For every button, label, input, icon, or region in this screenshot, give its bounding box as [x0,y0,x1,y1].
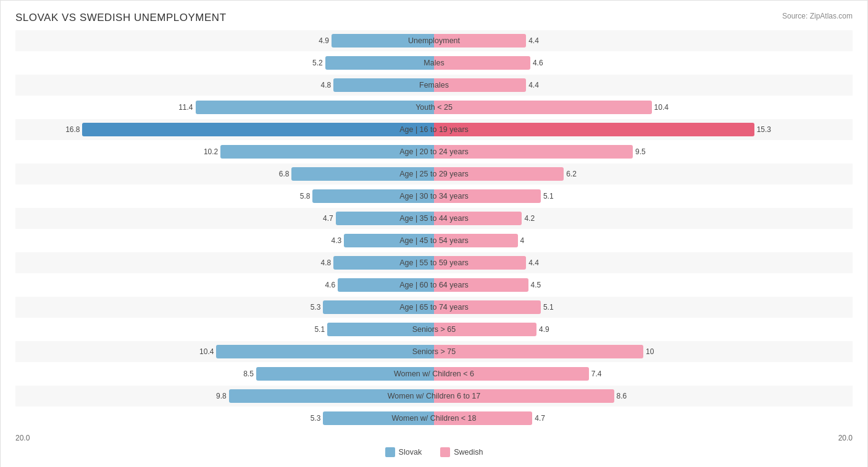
right-section: 10.4 [434,97,853,118]
left-section: 16.8 [15,119,434,140]
left-section: 9.8 [15,386,434,407]
legend-item-slovak: Slovak [385,447,422,457]
right-section: 15.3 [434,119,853,140]
bar-row: 5.1Seniors > 654.9 [15,319,853,340]
bar-row: 9.8Women w/ Children 6 to 178.6 [15,386,853,407]
bar-left: 5.1 [327,323,434,336]
bar-row: 11.4Youth < 2510.4 [15,97,853,118]
left-section: 10.4 [15,341,434,362]
legend: Slovak Swedish [15,447,853,457]
bar-row: 10.4Seniors > 7510 [15,341,853,362]
chart-header: SLOVAK VS SWEDISH UNEMPLOYMENT Source: Z… [15,12,853,24]
bar-left: 4.8 [333,78,434,92]
bar-row: 8.5Women w/ Children < 67.4 [15,363,853,384]
bar-value-right: 9.5 [635,147,646,156]
bar-value-right: 15.3 [757,125,771,134]
bar-row: 10.2Age | 20 to 24 years9.5 [15,141,853,162]
bar-value-left: 5.1 [314,325,325,334]
bar-right: 4.4 [434,256,526,270]
bar-row: 4.9Unemployment4.4 [15,30,853,51]
left-section: 5.8 [15,186,434,207]
chart-title: SLOVAK VS SWEDISH UNEMPLOYMENT [15,12,227,24]
legend-label-slovak: Slovak [399,448,422,457]
bar-left: 16.8 [82,123,434,136]
bar-right: 15.3 [434,123,754,136]
right-section: 9.5 [434,141,853,162]
right-section: 8.6 [434,386,853,407]
bar-right: 7.4 [434,367,589,381]
bar-value-right: 6.2 [566,170,577,178]
bar-value-left: 10.2 [204,147,218,156]
left-section: 5.1 [15,319,434,340]
right-section: 10 [434,341,853,362]
bar-value-left: 8.5 [243,370,254,378]
right-section: 6.2 [434,163,853,184]
legend-box-swedish [440,447,450,457]
bar-value-right: 4.9 [539,325,549,334]
bar-value-right: 8.6 [617,392,627,400]
bar-left: 8.5 [256,367,434,381]
bar-value-left: 4.3 [332,236,342,245]
bar-value-left: 10.4 [199,347,214,356]
bar-value-right: 4.6 [533,59,543,67]
bar-left: 4.6 [338,278,434,292]
right-section: 4.4 [434,252,853,273]
bar-right: 5.1 [434,189,541,203]
bar-left: 4.7 [336,212,434,225]
bar-value-left: 4.8 [321,258,332,267]
bar-left: 5.2 [325,56,434,70]
bar-right: 10.4 [434,101,652,114]
right-section: 4 [434,230,853,251]
bar-value-right: 4.2 [524,214,535,223]
legend-box-slovak [385,447,395,457]
right-section: 4.9 [434,319,853,340]
right-section: 7.4 [434,363,853,384]
bar-right: 4.9 [434,323,536,336]
right-section: 5.1 [434,297,853,318]
bar-value-left: 4.8 [321,81,332,89]
left-section: 5.2 [15,52,434,73]
bar-value-left: 5.8 [300,192,311,200]
bar-value-right: 4.5 [531,281,541,289]
left-section: 4.8 [15,75,434,96]
bar-row: 4.8Females4.4 [15,75,853,96]
bar-left: 9.8 [229,389,434,403]
bar-left: 4.3 [344,234,434,247]
bar-row: 5.2Males4.6 [15,52,853,73]
bar-row: 5.8Age | 30 to 34 years5.1 [15,186,853,207]
left-section: 4.3 [15,230,434,251]
right-section: 4.6 [434,52,853,73]
left-section: 4.9 [15,30,434,51]
bar-right: 9.5 [434,145,633,159]
right-section: 4.4 [434,75,853,96]
bar-value-left: 16.8 [65,125,80,134]
bar-value-right: 5.1 [543,303,554,312]
bar-right: 4.6 [434,56,530,70]
bar-value-right: 10 [646,347,654,356]
bar-value-right: 4.7 [535,414,545,423]
bar-value-right: 4 [520,236,525,245]
bar-right: 5.1 [434,300,541,314]
axis-right: 20.0 [838,434,853,442]
bar-left: 10.2 [220,145,434,159]
right-section: 4.7 [434,408,853,429]
left-section: 4.8 [15,252,434,273]
bar-value-left: 4.9 [319,36,329,45]
bar-value-right: 4.4 [528,258,539,267]
left-section: 11.4 [15,97,434,118]
left-section: 4.7 [15,208,434,229]
bar-value-left: 11.4 [178,103,193,112]
bar-left: 5.8 [312,189,434,203]
chart-rows-wrapper: 4.9Unemployment4.45.2Males4.64.8Females4… [15,30,853,429]
legend-label-swedish: Swedish [454,448,483,457]
bar-right: 4.7 [434,411,532,425]
bar-value-left: 9.8 [216,392,227,400]
bar-right: 6.2 [434,167,564,181]
left-section: 10.2 [15,141,434,162]
bar-value-right: 5.1 [543,192,554,200]
bar-left: 4.8 [333,256,434,270]
bar-value-left: 4.7 [323,214,333,223]
bar-right: 4 [434,234,518,247]
bar-row: 4.7Age | 35 to 44 years4.2 [15,208,853,229]
bar-value-right: 4.4 [528,36,539,45]
